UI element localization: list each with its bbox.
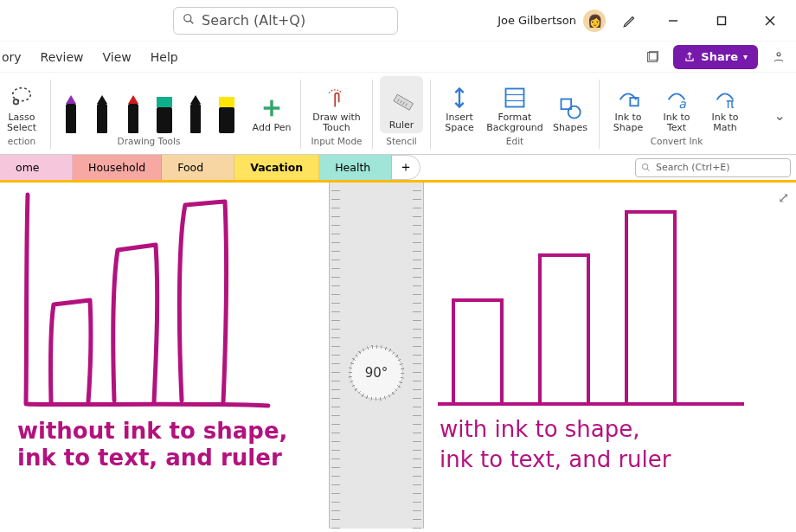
svg-rect-19	[506, 88, 524, 106]
ribbon-group-label-drawing: Drawing Tools	[118, 136, 181, 146]
title-bar: Search (Alt+Q) Joe Gilbertson 👩	[0, 0, 796, 42]
section-tab-vacation[interactable]: Vacation	[234, 155, 319, 180]
global-search-input[interactable]: Search (Alt+Q)	[173, 7, 398, 35]
share-label: Share	[701, 50, 738, 63]
minimize-button[interactable]	[654, 7, 692, 35]
ribbon-group-label-convert: Convert Ink	[651, 136, 703, 146]
ruler-angle-value: 90°	[365, 365, 388, 381]
svg-point-8	[777, 52, 780, 55]
svg-text:a: a	[678, 96, 686, 109]
search-icon	[183, 12, 195, 29]
section-tab-health[interactable]: Health	[319, 155, 392, 180]
svg-line-28	[647, 169, 650, 171]
pen-highlighter-green[interactable]	[151, 90, 177, 133]
page-search-input[interactable]: Search (Ctrl+E)	[635, 158, 791, 177]
svg-rect-13	[394, 94, 414, 110]
maximize-button[interactable]	[703, 7, 741, 35]
expand-icon[interactable]: ⤢	[778, 189, 789, 206]
section-tab-ome[interactable]: ome	[0, 155, 73, 180]
caption-clean: with ink to shape, ink to text, and rule…	[440, 414, 671, 475]
format-bg-label: Format Background	[486, 112, 543, 133]
svg-point-23	[568, 106, 581, 119]
svg-rect-30	[453, 300, 502, 404]
present-icon[interactable]	[767, 45, 791, 69]
svg-point-27	[642, 163, 647, 169]
caption-left-line1: without ink to shape,	[17, 418, 287, 445]
ink-to-math-label: Ink to Math	[703, 112, 747, 133]
section-tab-household[interactable]: Household	[73, 155, 162, 180]
insert-space-label: Insert Space	[438, 112, 481, 133]
ribbon: Lasso Select ection Drawing Tools Add Pe…	[0, 73, 796, 155]
ribbon-group-label-selection: ection	[8, 136, 35, 146]
add-section-button[interactable]: ＋	[391, 155, 420, 180]
svg-text:π: π	[726, 95, 734, 109]
svg-rect-32	[626, 212, 675, 404]
close-button[interactable]	[751, 7, 789, 35]
pen-pen-black2[interactable]	[183, 90, 209, 133]
lasso-select-tool[interactable]: Lasso Select	[0, 76, 43, 133]
format-background-button[interactable]: Format Background	[486, 76, 543, 133]
menu-bar: ory Review View Help Share ▾	[0, 42, 796, 73]
ink-to-text-button[interactable]: a Ink to Text	[655, 76, 698, 133]
account-button[interactable]: Joe Gilbertson 👩	[498, 10, 606, 32]
chart-ink-to-shape	[433, 188, 753, 411]
ruler-label: Ruler	[389, 120, 414, 131]
svg-point-0	[184, 15, 191, 22]
pen-mode-icon[interactable]	[616, 7, 644, 35]
caption-left-line2: ink to text, and ruler	[17, 445, 287, 471]
pen-gallery[interactable]	[58, 76, 240, 133]
user-name: Joe Gilbertson	[498, 14, 576, 27]
ribbon-group-label-stencil: Stencil	[386, 136, 417, 146]
page-search-placeholder: Search (Ctrl+E)	[656, 162, 730, 173]
menu-item-help[interactable]: Help	[149, 47, 180, 67]
ink-to-shape-label: Ink to Shape	[607, 112, 650, 133]
avatar: 👩	[583, 10, 606, 32]
pen-pen-black[interactable]	[89, 90, 115, 133]
ruler-stencil[interactable]: 90°	[329, 183, 424, 529]
add-pen-button[interactable]: Add Pen	[250, 76, 293, 133]
ink-to-math-button[interactable]: π Ink to Math	[703, 76, 747, 133]
svg-line-1	[190, 21, 194, 24]
caption-right-line2: ink to text, and ruler	[440, 445, 671, 475]
ruler-button[interactable]: Ruler	[380, 76, 423, 133]
svg-rect-3	[718, 16, 726, 24]
ribbon-group-label-input: Input Mode	[311, 136, 362, 146]
svg-point-10	[14, 99, 19, 105]
shapes-label: Shapes	[553, 123, 587, 133]
menu-item-view[interactable]: View	[101, 47, 133, 67]
caption-right-line1: with ink to shape,	[440, 414, 671, 445]
menu-item-review[interactable]: Review	[39, 47, 86, 67]
svg-rect-31	[540, 255, 588, 404]
caption-hand-drawn: without ink to shape, ink to text, and r…	[17, 418, 287, 471]
shapes-button[interactable]: Shapes	[549, 76, 592, 133]
draw-touch-label: Draw with Touch	[308, 112, 365, 133]
add-pen-label: Add Pen	[253, 123, 292, 133]
pen-pen-red[interactable]	[120, 90, 146, 133]
search-placeholder-text: Search (Alt+Q)	[202, 12, 305, 29]
svg-rect-24	[630, 98, 638, 106]
collapse-ribbon-icon[interactable]: ⌄	[774, 107, 789, 124]
ink-to-shape-button[interactable]: Ink to Shape	[607, 76, 650, 133]
share-button[interactable]: Share ▾	[673, 45, 758, 69]
menu-item-history[interactable]: ory	[0, 47, 23, 67]
lasso-label: Lasso Select	[0, 112, 43, 133]
section-tab-food[interactable]: Food	[162, 155, 234, 180]
pen-marker-purple[interactable]	[58, 90, 84, 133]
draw-with-touch-button[interactable]: Draw with Touch	[308, 76, 365, 133]
insert-space-button[interactable]: Insert Space	[438, 76, 481, 133]
ruler-angle-dial[interactable]: 90°	[350, 347, 402, 399]
chevron-down-icon: ▾	[743, 52, 748, 61]
ribbon-group-label-edit: Edit	[506, 136, 523, 146]
ink-to-text-label: Ink to Text	[655, 112, 698, 133]
chart-hand-drawn	[12, 188, 280, 411]
note-canvas[interactable]: ⤢ 90° without ink to shape, ink to text,…	[0, 183, 796, 529]
section-tabs: omeHouseholdFoodVacationHealth ＋ Search …	[0, 155, 796, 183]
svg-rect-6	[648, 52, 658, 61]
fullscreen-reading-icon[interactable]	[640, 45, 664, 69]
pen-highlighter-yellow[interactable]	[214, 90, 240, 133]
